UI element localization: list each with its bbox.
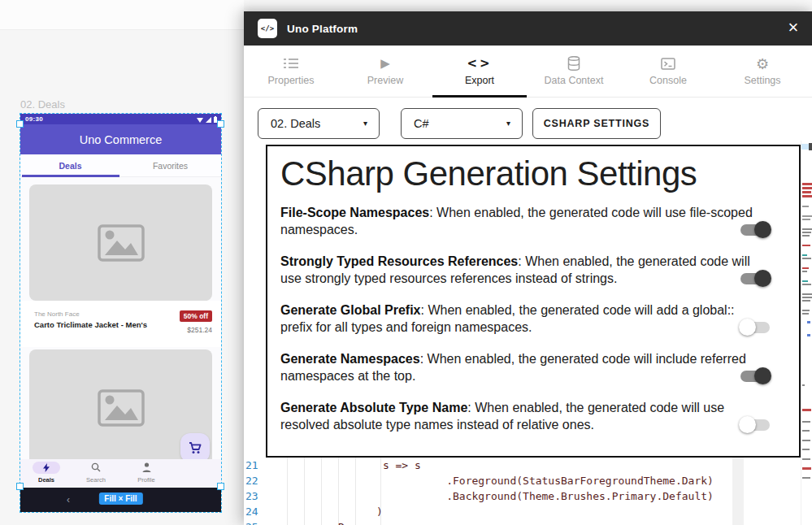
selection-handle[interactable]: [217, 483, 224, 490]
product-name: Carto Triclimate Jacket - Men's: [34, 320, 147, 329]
screen: 02. Deals 09:30 Uno Commerce Deals Favor…: [0, 0, 812, 525]
app-header: Uno Commerce: [20, 124, 221, 154]
product-card[interactable]: [29, 184, 212, 301]
selection-handle[interactable]: [16, 483, 24, 490]
chevron-down-icon: ▾: [506, 119, 510, 128]
list-icon: [244, 53, 338, 74]
tab-export[interactable]: <> Export: [432, 46, 527, 98]
device-size-bar: ‹ Fill × Fill: [20, 488, 221, 512]
code-line: 24 ): [244, 504, 732, 519]
status-bar: 09:30: [20, 114, 221, 124]
back-chevron-icon[interactable]: ‹: [67, 494, 70, 505]
play-icon: ▶: [338, 53, 432, 74]
signal-icon: [206, 117, 211, 123]
code-line: 21 s => s: [244, 458, 732, 473]
cart-icon: [189, 442, 202, 454]
nav-item-deals[interactable]: Deals: [26, 461, 67, 484]
bottom-nav: Deals Search Profile: [20, 459, 221, 486]
setting-generate-namespaces: Generate Namespaces: When enabled, the g…: [280, 350, 756, 384]
toggle-file-scope-namespaces[interactable]: [739, 221, 771, 239]
image-placeholder-icon: [98, 389, 145, 427]
app-title: Uno Commerce: [80, 133, 163, 146]
nav-item-search[interactable]: Search: [76, 461, 116, 484]
modal-title: CSharp Generation Settings: [280, 154, 697, 193]
nav-item-profile[interactable]: Profile: [126, 461, 167, 484]
status-time: 09:30: [25, 115, 43, 123]
toggle-strongly-typed-resources[interactable]: [739, 270, 771, 288]
selection-handle[interactable]: [16, 120, 24, 128]
tab-favorites[interactable]: Favorites: [120, 154, 220, 177]
background-strip: [0, 0, 244, 30]
code-minimap[interactable]: [801, 141, 812, 525]
nav-label: Profile: [126, 476, 167, 484]
database-icon: [527, 53, 621, 74]
tab-preview[interactable]: ▶ Preview: [338, 46, 432, 98]
code-brackets-icon: <>: [432, 53, 527, 74]
phone-preview[interactable]: 09:30 Uno Commerce Deals Favorites The N…: [20, 114, 221, 512]
toggle-generate-global-prefix[interactable]: [739, 319, 771, 336]
product-brand: The North Face: [34, 310, 80, 318]
tab-settings[interactable]: ⚙ Settings: [715, 46, 810, 98]
export-toolbar: 02. Deals ▾ C# ▾ CSHARP SETTINGS: [244, 108, 812, 139]
active-tab-underline: [22, 175, 119, 177]
screen-select[interactable]: 02. Deals ▾: [258, 108, 380, 139]
tab-deals[interactable]: Deals: [20, 154, 120, 177]
bolt-icon: [43, 463, 50, 472]
tab-properties[interactable]: Properties: [244, 46, 338, 98]
search-icon: [91, 462, 101, 472]
csharp-settings-button[interactable]: CSHARP SETTINGS: [532, 108, 661, 139]
product-info-row[interactable]: The North Face Carto Triclimate Jacket -…: [20, 301, 221, 347]
code-line: 22 .Foreground(StatusBarForegroundTheme.…: [244, 473, 732, 488]
fill-size-badge[interactable]: Fill × Fill: [98, 492, 142, 505]
wifi-icon: [197, 118, 203, 123]
close-icon[interactable]: ×: [781, 16, 805, 41]
code-logo-icon: </>: [258, 19, 277, 38]
active-tab-underline: [432, 95, 527, 98]
panel-title: Uno Platform: [287, 23, 358, 35]
gear-icon: ⚙: [715, 53, 810, 74]
code-line: 23 .Background(Theme.Brushes.Primary.Def…: [244, 488, 732, 504]
minimap-scrollbar-thumb[interactable]: [809, 143, 812, 150]
csharp-settings-modal: CSharp Generation Settings File-Scope Na…: [266, 145, 801, 458]
editor-scrollbar[interactable]: [732, 458, 744, 525]
cart-fab[interactable]: [180, 433, 210, 462]
panel-titlebar: </> Uno Platform ×: [244, 11, 812, 46]
code-lines: 21 s => s 22 .Foreground(StatusBarForegr…: [244, 458, 732, 525]
terminal-icon: [621, 53, 715, 74]
setting-generate-absolute-type-name: Generate Absolute Type Name: When enable…: [280, 399, 756, 433]
language-select[interactable]: C# ▾: [401, 108, 523, 139]
app-tab-bar: Deals Favorites: [20, 154, 221, 177]
discount-badge: 50% off: [180, 310, 212, 322]
selection-handle[interactable]: [217, 120, 224, 128]
tab-data-context[interactable]: Data Context: [527, 46, 621, 98]
toggle-generate-namespaces[interactable]: [739, 367, 771, 385]
product-price: $251.24: [187, 326, 212, 334]
nav-label: Deals: [26, 476, 67, 484]
setting-file-scope-namespaces: File-Scope Namespaces: When enabled, the…: [280, 204, 756, 238]
profile-icon: [142, 462, 151, 472]
tab-console[interactable]: Console: [621, 46, 715, 98]
panel-tab-bar: Properties ▶ Preview <> Export Data Cont…: [244, 46, 812, 98]
chevron-down-icon: ▾: [363, 119, 367, 128]
toggle-generate-absolute-type-name[interactable]: [739, 416, 771, 434]
setting-generate-global-prefix: Generate Global Prefix: When enabled, th…: [280, 302, 756, 336]
code-line: 25 Resources: [244, 519, 732, 525]
status-icons: [197, 115, 217, 123]
image-placeholder-icon: [98, 224, 145, 262]
nav-label: Search: [76, 476, 116, 484]
artboard-label: 02. Deals: [20, 98, 65, 111]
setting-strongly-typed-resources: Strongly Typed Resources References: Whe…: [280, 253, 756, 287]
